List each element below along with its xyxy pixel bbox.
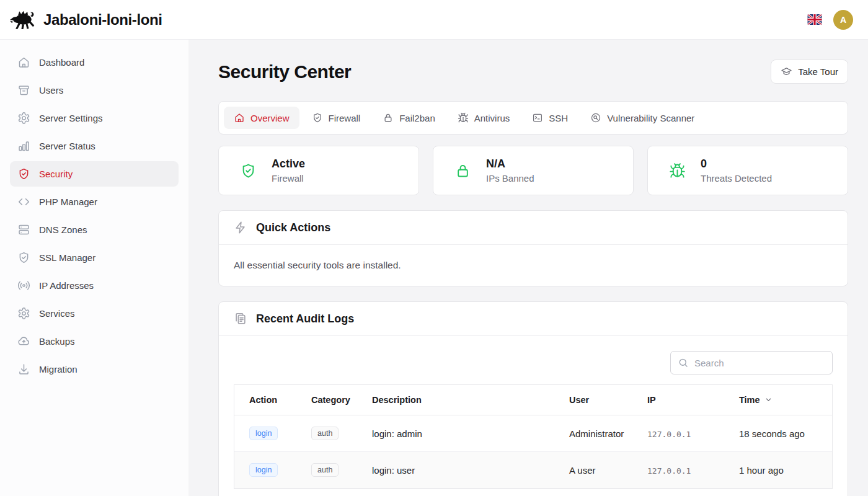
avatar[interactable]: A — [833, 10, 853, 30]
security-tabs: Overview Firewall Fail2ban Antivirus SSH… — [218, 101, 848, 135]
bar-chart-icon — [17, 140, 30, 153]
column-header-user: User — [562, 385, 640, 415]
sidebar-item-dns-zones[interactable]: DNS Zones — [10, 217, 179, 242]
search-icon — [678, 357, 689, 368]
gear-icon — [17, 307, 30, 320]
tab-label: Overview — [250, 113, 290, 123]
sidebar-item-label: Server Status — [39, 141, 95, 151]
action-badge: login — [249, 463, 278, 477]
table-row: login auth login: user A user 127.0.0.1 … — [234, 452, 832, 489]
tab-firewall[interactable]: Firewall — [302, 107, 371, 129]
sidebar-item-label: Users — [39, 85, 63, 95]
tab-vulnerability-scanner[interactable]: Vulnerability Scanner — [580, 107, 704, 129]
stat-label: Threats Detected — [701, 173, 772, 184]
server-stack-icon — [17, 223, 30, 236]
sidebar-item-server-status[interactable]: Server Status — [10, 133, 179, 159]
audit-table: Action Category Description User IP Time… — [234, 384, 833, 489]
sidebar-item-label: Dashboard — [39, 57, 84, 68]
scan-search-icon — [590, 112, 601, 123]
search-input[interactable] — [670, 351, 833, 374]
sidebar-item-migration[interactable]: Migration — [10, 356, 179, 382]
status-cards: Active Firewall N/A IPs Banned 0 Threats… — [218, 146, 848, 195]
download-icon — [17, 363, 30, 376]
tab-label: SSH — [549, 113, 568, 123]
quick-actions-message: All essential security tools are install… — [219, 245, 848, 286]
archive-box-icon — [17, 84, 30, 97]
bug-icon — [669, 162, 686, 179]
tab-ssh[interactable]: SSH — [522, 107, 578, 129]
tab-overview[interactable]: Overview — [224, 107, 299, 129]
sidebar-item-php-manager[interactable]: PHP Manager — [10, 189, 179, 215]
sidebar-item-backups[interactable]: Backups — [10, 329, 179, 354]
stat-value: N/A — [486, 157, 534, 170]
cloud-upload-icon — [17, 335, 30, 348]
sidebar-item-label: Security — [39, 169, 73, 179]
column-header-ip: IP — [640, 385, 732, 415]
ip-cell: 127.0.0.1 — [647, 466, 691, 476]
stat-card-threats-detected: 0 Threats Detected — [647, 146, 848, 195]
ip-cell: 127.0.0.1 — [647, 430, 691, 439]
stat-card-ips-banned: N/A IPs Banned — [433, 146, 634, 195]
column-header-time[interactable]: Time — [732, 385, 832, 415]
page-title: Security Center — [218, 61, 351, 82]
sidebar-item-users[interactable]: Users — [10, 78, 179, 103]
gear-icon — [17, 112, 30, 125]
lock-icon — [454, 162, 471, 179]
stat-card-firewall: Active Firewall — [218, 146, 419, 195]
stat-value: 0 — [701, 157, 772, 170]
tab-fail2ban[interactable]: Fail2ban — [373, 107, 445, 129]
lightning-bolt-icon — [234, 221, 247, 234]
time-cell: 18 seconds ago — [732, 415, 832, 452]
tab-antivirus[interactable]: Antivirus — [448, 107, 520, 129]
shield-check-icon — [17, 251, 30, 264]
sidebar-item-label: IP Addresses — [39, 280, 94, 291]
sidebar-item-security[interactable]: Security — [10, 161, 179, 187]
boar-logo-icon — [9, 9, 37, 31]
sidebar-item-label: Backups — [39, 336, 75, 347]
bug-icon — [458, 112, 469, 123]
sidebar-item-server-settings[interactable]: Server Settings — [10, 105, 179, 131]
radio-waves-icon — [17, 279, 30, 292]
code-icon — [17, 195, 30, 208]
tab-label: Firewall — [329, 113, 361, 123]
terminal-icon — [532, 112, 543, 123]
sidebar-item-ip-addresses[interactable]: IP Addresses — [10, 273, 179, 298]
sidebar-item-label: DNS Zones — [39, 224, 87, 235]
sidebar-item-label: Server Settings — [39, 113, 103, 123]
column-header-description: Description — [365, 385, 562, 415]
stat-label: Firewall — [272, 173, 305, 184]
description-cell: login: user — [365, 452, 562, 489]
user-cell: Administrator — [562, 415, 640, 452]
take-tour-button[interactable]: Take Tour — [771, 60, 848, 84]
uk-flag-icon[interactable] — [807, 14, 822, 25]
sidebar-item-label: Migration — [39, 364, 78, 374]
table-row: login auth login: admin Administrator 12… — [234, 415, 832, 452]
clipboard-icon — [234, 312, 247, 326]
shield-check-icon — [17, 167, 30, 180]
sidebar-item-services[interactable]: Services — [10, 301, 179, 326]
audit-logs-card: Recent Audit Logs Action — [218, 301, 848, 496]
category-badge: auth — [311, 463, 339, 477]
column-header-action: Action — [234, 385, 304, 415]
sidebar-item-dashboard[interactable]: Dashboard — [10, 50, 179, 75]
tab-label: Vulnerability Scanner — [607, 113, 694, 123]
lock-icon — [383, 112, 394, 123]
stat-value: Active — [272, 157, 305, 170]
column-header-category: Category — [304, 385, 365, 415]
stat-label: IPs Banned — [486, 173, 534, 184]
sidebar-item-label: Services — [39, 308, 75, 319]
chevron-down-icon — [764, 395, 773, 404]
quick-actions-card: Quick Actions All essential security too… — [218, 210, 848, 286]
home-icon — [234, 112, 245, 123]
quick-actions-title: Quick Actions — [256, 221, 330, 234]
tab-label: Fail2ban — [399, 113, 435, 123]
home-icon — [17, 56, 30, 69]
time-cell: 1 hour ago — [732, 452, 832, 489]
tab-label: Antivirus — [474, 113, 510, 123]
sidebar-item-label: PHP Manager — [39, 197, 97, 207]
brand[interactable]: Jabaloni-loni-loni — [9, 9, 162, 31]
sidebar-item-label: SSL Manager — [39, 252, 95, 263]
main-content: Security Center Take Tour Overview Firew… — [188, 40, 868, 496]
sidebar-item-ssl-manager[interactable]: SSL Manager — [10, 245, 179, 270]
sidebar: Dashboard Users Server Settings Server S… — [0, 40, 188, 496]
